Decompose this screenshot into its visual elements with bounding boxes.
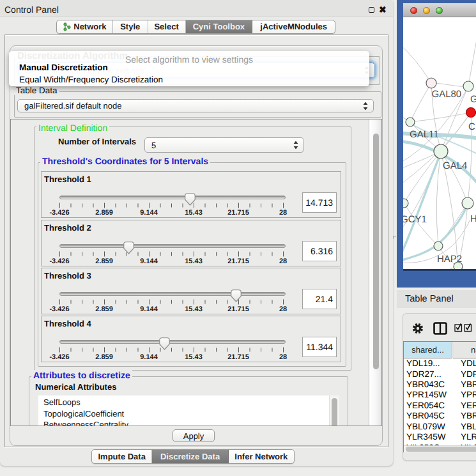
svg-text:G..: G.. xyxy=(470,94,476,105)
svg-text:GAL4: GAL4 xyxy=(443,160,467,171)
svg-text:H: H xyxy=(470,213,476,224)
svg-text:GAL11: GAL11 xyxy=(410,129,439,140)
svg-text:GAL80: GAL80 xyxy=(432,89,462,100)
svg-text:C..: C.. xyxy=(468,121,476,132)
svg-text:HAP2: HAP2 xyxy=(437,254,462,265)
svg-text:GCY1: GCY1 xyxy=(403,214,427,225)
